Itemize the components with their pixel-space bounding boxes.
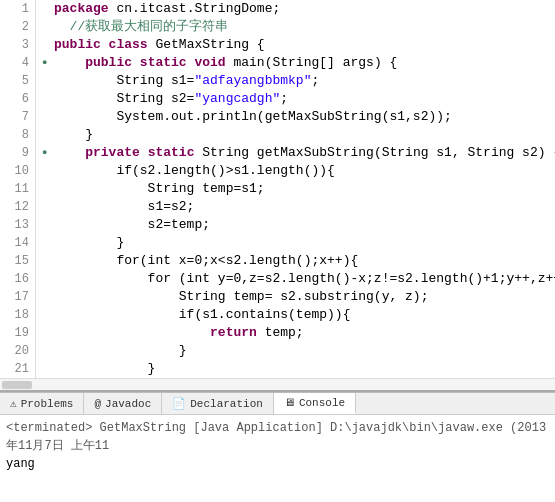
- horizontal-scrollbar[interactable]: [0, 378, 555, 390]
- code-line-14: }: [42, 234, 555, 252]
- line-number-1: 1: [6, 0, 29, 18]
- plain-token: if(s1.contains(temp)){: [54, 306, 350, 324]
- line-number-17: 17: [6, 288, 29, 306]
- plain-token: ;: [311, 72, 319, 90]
- line-number-8: 8: [6, 126, 29, 144]
- plain-token: [54, 18, 70, 36]
- line-number-13: 13: [6, 216, 29, 234]
- plain-token: [54, 54, 85, 72]
- console-tab-label: Console: [299, 397, 345, 409]
- line-number-5: 5: [6, 72, 29, 90]
- code-line-9: ● private static String getMaxSubString(…: [42, 144, 555, 162]
- comment-token: //获取最大相同的子字符串: [70, 18, 229, 36]
- line-marker-4: ●: [42, 54, 54, 72]
- line-number-9: 9: [6, 144, 29, 162]
- declaration-tab-label: Declaration: [190, 398, 263, 410]
- line-number-11: 11: [6, 180, 29, 198]
- tab-declaration[interactable]: 📄Declaration: [162, 393, 274, 414]
- bottom-panel: ⚠Problems@Javadoc📄Declaration🖥Console <t…: [0, 390, 555, 502]
- keyword-token: package: [54, 0, 116, 18]
- line-number-7: 7: [6, 108, 29, 126]
- line-number-19: 19: [6, 324, 29, 342]
- plain-token: ;: [280, 90, 288, 108]
- plain-token: }: [54, 360, 155, 378]
- plain-token: String temp=s1;: [54, 180, 265, 198]
- line-number-2: 2: [6, 18, 29, 36]
- javadoc-tab-label: Javadoc: [105, 398, 151, 410]
- plain-token: String temp= s2.substring(y, z);: [54, 288, 428, 306]
- plain-token: cn.itcast.StringDome;: [116, 0, 280, 18]
- string-token: "yangcadgh": [194, 90, 280, 108]
- problems-tab-icon: ⚠: [10, 397, 17, 410]
- plain-token: if(s2.length()>s1.length()){: [54, 162, 335, 180]
- plain-token: }: [54, 342, 187, 360]
- plain-token: temp;: [265, 324, 304, 342]
- line-number-4: 4: [6, 54, 29, 72]
- plain-token: for(int x=0;x<s2.length();x++){: [54, 252, 358, 270]
- problems-tab-label: Problems: [21, 398, 74, 410]
- line-marker-9: ●: [42, 144, 54, 162]
- console-output-line: yang: [6, 455, 549, 473]
- bottom-tabs: ⚠Problems@Javadoc📄Declaration🖥Console: [0, 392, 555, 414]
- code-line-10: if(s2.length()>s1.length()){: [42, 162, 555, 180]
- code-line-18: if(s1.contains(temp)){: [42, 306, 555, 324]
- console-terminated-line: <terminated> GetMaxString [Java Applicat…: [6, 419, 549, 455]
- tab-problems[interactable]: ⚠Problems: [0, 393, 84, 414]
- plain-token: GetMaxString {: [155, 36, 264, 54]
- code-line-3: public class GetMaxString {: [42, 36, 555, 54]
- console-tab-icon: 🖥: [284, 396, 295, 409]
- plain-token: System.out.println(getMaxSubString(s1,s2…: [54, 108, 452, 126]
- keyword-token: public static void: [85, 54, 233, 72]
- plain-token: [54, 324, 210, 342]
- javadoc-tab-icon: @: [94, 398, 101, 410]
- keyword-token: return: [210, 324, 265, 342]
- line-number-21: 21: [6, 360, 29, 378]
- code-line-21: }: [42, 360, 555, 378]
- plain-token: s2=temp;: [54, 216, 210, 234]
- keyword-token: private static: [85, 144, 202, 162]
- code-line-2: //获取最大相同的子字符串: [42, 18, 555, 36]
- plain-token: [54, 144, 85, 162]
- line-number-14: 14: [6, 234, 29, 252]
- code-line-8: }: [42, 126, 555, 144]
- keyword-token: public class: [54, 36, 155, 54]
- code-line-6: String s2="yangcadgh";: [42, 90, 555, 108]
- code-lines: package cn.itcast.StringDome; //获取最大相同的子…: [36, 0, 555, 378]
- code-line-7: System.out.println(getMaxSubString(s1,s2…: [42, 108, 555, 126]
- line-number-6: 6: [6, 90, 29, 108]
- plain-token: String getMaxSubString(String s1, String…: [202, 144, 555, 162]
- line-number-16: 16: [6, 270, 29, 288]
- code-line-17: String temp= s2.substring(y, z);: [42, 288, 555, 306]
- line-number-3: 3: [6, 36, 29, 54]
- tab-console[interactable]: 🖥Console: [274, 393, 356, 414]
- console-area: <terminated> GetMaxString [Java Applicat…: [0, 414, 555, 502]
- code-line-19: return temp;: [42, 324, 555, 342]
- code-line-15: for(int x=0;x<s2.length();x++){: [42, 252, 555, 270]
- line-numbers: 1234567891011121314151617181920212223242…: [0, 0, 36, 378]
- plain-token: String s2=: [54, 90, 194, 108]
- code-line-16: for (int y=0,z=s2.length()-x;z!=s2.lengt…: [42, 270, 555, 288]
- line-number-20: 20: [6, 342, 29, 360]
- code-line-4: ● public static void main(String[] args)…: [42, 54, 555, 72]
- code-line-13: s2=temp;: [42, 216, 555, 234]
- plain-token: }: [54, 126, 93, 144]
- line-number-10: 10: [6, 162, 29, 180]
- plain-token: s1=s2;: [54, 198, 194, 216]
- plain-token: }: [54, 234, 124, 252]
- tab-javadoc[interactable]: @Javadoc: [84, 393, 162, 414]
- code-line-20: }: [42, 342, 555, 360]
- declaration-tab-icon: 📄: [172, 397, 186, 410]
- line-number-15: 15: [6, 252, 29, 270]
- line-number-12: 12: [6, 198, 29, 216]
- line-number-18: 18: [6, 306, 29, 324]
- code-line-11: String temp=s1;: [42, 180, 555, 198]
- plain-token: String s1=: [54, 72, 194, 90]
- plain-token: main(String[] args) {: [233, 54, 397, 72]
- code-line-12: s1=s2;: [42, 198, 555, 216]
- code-area: 1234567891011121314151617181920212223242…: [0, 0, 555, 378]
- string-token: "adfayangbbmkp": [194, 72, 311, 90]
- code-line-5: String s1="adfayangbbmkp";: [42, 72, 555, 90]
- editor-container: 1234567891011121314151617181920212223242…: [0, 0, 555, 390]
- plain-token: for (int y=0,z=s2.length()-x;z!=s2.lengt…: [54, 270, 555, 288]
- scrollbar-thumb[interactable]: [2, 381, 32, 389]
